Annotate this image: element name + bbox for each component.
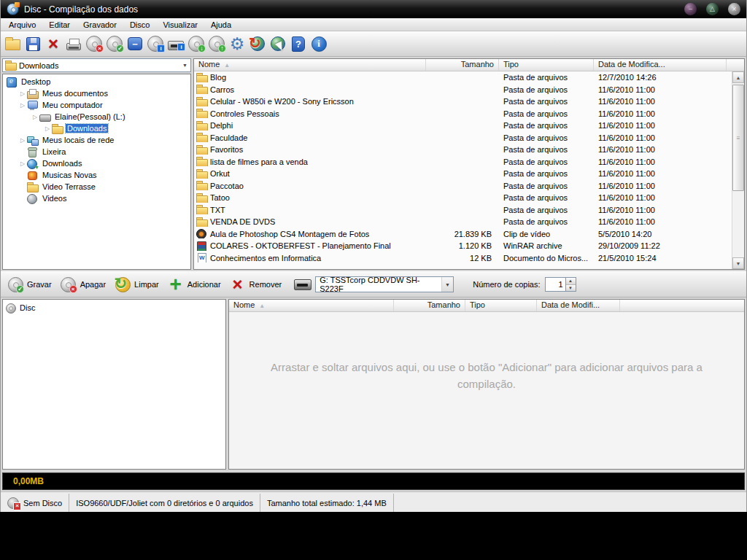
column-header-tamanho[interactable]: Tamanho <box>426 59 499 71</box>
column-header-data-de-modifi-[interactable]: Data de Modifi... <box>537 300 620 311</box>
file-row-tatoo[interactable]: TatooPasta de arquivos11/6/2010 11:00 <box>194 192 732 204</box>
file-row-venda-de-dvds[interactable]: VENDA DE DVDSPasta de arquivos11/6/2010 … <box>194 216 732 228</box>
menu-disco[interactable]: Disco <box>123 18 157 31</box>
file-row-colares-oktoberfest-planejamen[interactable]: COLARES - OKTOBERFEST - Planejamento Fin… <box>194 240 732 252</box>
tree-item-meus-locais-de-rede[interactable]: ▷Meus locais de rede <box>3 134 190 146</box>
column-header-tamanho[interactable]: Tamanho <box>394 300 465 311</box>
file-row-paccotao[interactable]: PaccotaoPasta de arquivos11/6/2010 11:00 <box>194 180 732 192</box>
file-name: Tatoo <box>210 193 230 202</box>
tree-item-desktop[interactable]: Desktop <box>3 76 190 88</box>
adicionar-button[interactable]: +Adicionar <box>164 273 226 295</box>
print-button[interactable] <box>63 33 84 55</box>
drive-selector[interactable]: G: TSSTcorp CDDVDW SH-S223F ▼ <box>315 276 454 292</box>
menu-gravador[interactable]: Gravador <box>77 18 123 31</box>
expand-arrow-icon[interactable]: ▷ <box>31 114 39 120</box>
apagar-button[interactable]: ×Apagar <box>57 273 111 295</box>
disc-info-button[interactable]: i <box>145 33 166 55</box>
file-row-blog[interactable]: BlogPasta de arquivos12/7/2010 14:26 <box>194 71 732 84</box>
remover-button[interactable]: ×Remover <box>226 273 287 295</box>
tree-item-elaine-pessoal-l-[interactable]: ▷Elaine(Pessoal) (L:) <box>3 111 190 122</box>
menu-ajuda[interactable]: Ajuda <box>204 18 238 31</box>
tree-item-lixeira[interactable]: Lixeira <box>3 146 190 158</box>
column-header-tipo[interactable]: Tipo <box>465 300 537 311</box>
file-row-aula-de-photoshop-cs4-montagem[interactable]: Aula de Photoshop CS4 Montagem de Fotos2… <box>194 228 732 241</box>
expand-arrow-icon[interactable]: ▷ <box>43 125 52 132</box>
drive-icon <box>294 279 311 290</box>
limpar-button[interactable]: Limpar <box>111 273 164 295</box>
file-row-controles-pessoais[interactable]: Controles PessoaisPasta de arquivos11/6/… <box>194 108 732 120</box>
web-button[interactable] <box>268 33 288 55</box>
toolbar: ××✓−ii↓↑⚙↻?i <box>1 31 746 57</box>
help-button[interactable]: ? <box>288 33 309 55</box>
import-disc-button[interactable]: ↓ <box>186 33 206 55</box>
file-date: 11/6/2010 11:00 <box>594 158 727 166</box>
chevron-down-icon[interactable]: ▼ <box>441 277 454 292</box>
save-button[interactable] <box>23 33 43 55</box>
settings-button[interactable]: ⚙ <box>227 33 247 55</box>
tree-item-label: Downloads <box>41 159 83 168</box>
maximize-button[interactable]: △ <box>706 3 719 15</box>
compilation-root[interactable]: Disc <box>3 302 225 314</box>
column-header-data-de-modifica-[interactable]: Data de Modifica... <box>594 59 727 71</box>
tree-item-meu-computador[interactable]: ▷Meu computador <box>3 99 190 111</box>
scroll-down-icon[interactable]: ▼ <box>732 257 744 269</box>
file-row-favoritos[interactable]: FavoritosPasta de arquivos11/6/2010 11:0… <box>194 144 732 156</box>
folder-combo[interactable]: Downloads ▼ <box>2 58 191 72</box>
copies-stepper[interactable]: 1 ▲ ▼ <box>545 277 576 292</box>
new-compilation-button[interactable] <box>2 33 23 55</box>
button-label: Adicionar <box>187 280 221 289</box>
file-date: 11/6/2010 11:00 <box>594 85 727 94</box>
column-header-nome[interactable]: Nome▲ <box>194 59 426 71</box>
file-row-conhecimentos-em-informatica[interactable]: Conhecimentos em Informatica12 KBDocumen… <box>194 252 732 265</box>
tree-item-videos[interactable]: Videos <box>3 192 190 204</box>
tree-item-meus-documentos[interactable]: ▷Meus documentos <box>3 88 190 99</box>
expand-arrow-icon[interactable]: ▷ <box>18 90 27 97</box>
about-button[interactable]: i <box>309 33 329 55</box>
menu-arquivo[interactable]: Arquivo <box>2 18 42 31</box>
compilation-root-label: Disc <box>20 303 35 312</box>
erase-disc-button[interactable]: × <box>84 33 104 55</box>
gravar-button[interactable]: ✓Gravar <box>4 273 57 295</box>
copies-value[interactable]: 1 <box>545 277 565 292</box>
folder-icon <box>196 217 207 227</box>
word-icon <box>196 253 207 262</box>
scrollbar-thumb[interactable]: ≡ <box>732 85 744 191</box>
delete-button[interactable]: × <box>43 33 63 55</box>
tree-item-downloads[interactable]: ▷Downloads <box>3 122 190 134</box>
expand-arrow-icon[interactable]: ▷ <box>18 137 27 144</box>
column-header-nome[interactable]: Nome▲ <box>229 300 394 311</box>
file-type: Pasta de arquivos <box>499 121 594 130</box>
compilation-list: Nome▲TamanhoTipoData de Modifi... Arrast… <box>228 299 745 470</box>
file-list-scrollbar[interactable]: ▲ ≡ ▼ <box>732 71 744 269</box>
file-type: Pasta de arquivos <box>499 182 594 190</box>
file-row-carros[interactable]: CarrosPasta de arquivos11/6/2010 11:00 <box>194 84 732 96</box>
tree-item-downloads[interactable]: ▷Downloads <box>3 158 190 169</box>
export-disc-button[interactable]: ↑ <box>206 33 227 55</box>
file-row-orkut[interactable]: OrkutPasta de arquivos11/6/2010 11:00 <box>194 168 732 180</box>
file-row-faculdade[interactable]: FaculdadePasta de arquivos11/6/2010 11:0… <box>194 132 732 144</box>
minimize-button[interactable]: – <box>684 3 697 15</box>
file-row-lista-de-filmes-para-a-venda[interactable]: lista de filmes para a vendaPasta de arq… <box>194 156 732 168</box>
close-button[interactable]: × <box>728 3 740 15</box>
file-row-txt[interactable]: TXTPasta de arquivos11/6/2010 11:00 <box>194 204 732 217</box>
drop-zone[interactable]: Arrastar e soltar arquivos aqui, ou use … <box>229 312 744 469</box>
minimize-tray-button[interactable]: − <box>125 33 145 55</box>
burn-disc-button[interactable]: ✓ <box>104 33 125 55</box>
scrollbar-track[interactable]: ≡ <box>732 83 744 257</box>
tree-item-musicas-novas[interactable]: Musicas Novas <box>3 169 190 181</box>
file-row-delphi[interactable]: DelphiPasta de arquivos11/6/2010 11:00 <box>194 120 732 132</box>
spin-up-icon[interactable]: ▲ <box>566 278 576 285</box>
scroll-up-icon[interactable]: ▲ <box>732 71 744 83</box>
file-row-celular-w850i-e-w200-sony-eric[interactable]: Celular - W850i e W200 - Sony EricssonPa… <box>194 96 732 108</box>
drive-icon <box>39 112 50 122</box>
chevron-down-icon[interactable]: ▼ <box>179 63 190 68</box>
column-header-tipo[interactable]: Tipo <box>499 59 594 71</box>
menu-visualizar[interactable]: Visualizar <box>156 18 204 31</box>
spin-down-icon[interactable]: ▼ <box>566 285 576 292</box>
tree-item-video-terrasse[interactable]: Video Terrasse <box>3 181 190 192</box>
menu-editar[interactable]: Editar <box>42 18 77 31</box>
drive-info-button[interactable]: i <box>166 33 186 55</box>
refresh-button[interactable]: ↻ <box>247 33 268 55</box>
expand-arrow-icon[interactable]: ▷ <box>18 102 27 109</box>
expand-arrow-icon[interactable]: ▷ <box>18 160 27 167</box>
